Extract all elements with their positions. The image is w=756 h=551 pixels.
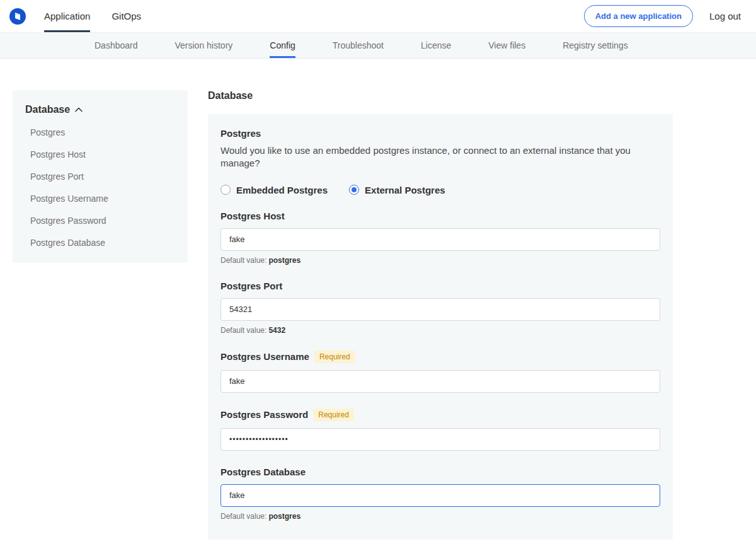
main-area: Database Postgres Postgres Host Postgres… <box>0 59 756 551</box>
default-prefix: Default value: <box>220 326 266 335</box>
field-label-row: Postgres Username Required <box>220 351 660 363</box>
tab-view-files-label: View files <box>488 40 525 50</box>
radio-embedded-postgres[interactable]: Embedded Postgres <box>220 185 328 195</box>
postgres-mode-radios: Embedded Postgres External Postgres <box>220 185 660 195</box>
postgres-host-input[interactable] <box>220 228 660 251</box>
postgres-username-input[interactable] <box>220 370 660 393</box>
tab-dashboard-label: Dashboard <box>94 40 138 50</box>
sidebar-item-postgres-password[interactable]: Postgres Password <box>25 216 175 226</box>
postgres-password-input[interactable] <box>220 428 660 451</box>
postgres-port-label: Postgres Port <box>220 281 282 291</box>
tab-license[interactable]: License <box>421 33 451 58</box>
tab-view-files[interactable]: View files <box>488 33 525 58</box>
tab-license-label: License <box>421 40 451 50</box>
postgres-password-label: Postgres Password <box>220 409 308 420</box>
sidebar-item-postgres-database[interactable]: Postgres Database <box>25 238 175 248</box>
radio-embedded-label: Embedded Postgres <box>236 185 328 195</box>
postgres-database-label: Postgres Database <box>220 467 306 477</box>
required-badge: Required <box>313 409 354 421</box>
postgres-database-input[interactable] <box>220 484 660 507</box>
sidebar-item-postgres-username[interactable]: Postgres Username <box>25 194 175 204</box>
section-title: Database <box>208 90 673 102</box>
tab-troubleshoot[interactable]: Troubleshoot <box>333 33 384 58</box>
app-sub-nav: Dashboard Version history Config Trouble… <box>0 33 756 59</box>
sidebar-item-postgres-port[interactable]: Postgres Port <box>25 171 175 182</box>
radio-unchecked-icon <box>220 185 231 195</box>
logout-link[interactable]: Log out <box>709 11 741 21</box>
field-label-row: Postgres Port <box>220 281 660 291</box>
top-nav: Application GitOps <box>44 0 141 32</box>
sidebar-group-label: Database <box>25 104 70 115</box>
postgres-port-default-hint: Default value:5432 <box>220 326 660 335</box>
logo-icon <box>9 8 26 25</box>
tab-application[interactable]: Application <box>44 0 90 32</box>
radio-external-postgres[interactable]: External Postgres <box>349 185 445 195</box>
postgres-port-input[interactable] <box>220 298 660 321</box>
top-bar-right: Add a new application Log out <box>584 0 741 32</box>
config-sidebar: Database Postgres Postgres Host Postgres… <box>13 90 188 263</box>
postgres-database-default-hint: Default value:postgres <box>220 512 660 521</box>
tab-registry-settings-label: Registry settings <box>563 40 627 50</box>
field-label-row: Postgres Host <box>220 211 660 221</box>
field-label-row: Postgres Password Required <box>220 409 660 421</box>
tab-version-history[interactable]: Version history <box>175 33 233 58</box>
tab-version-history-label: Version history <box>175 40 233 50</box>
tab-gitops[interactable]: GitOps <box>112 0 141 32</box>
tab-config-label: Config <box>270 40 295 50</box>
add-application-button[interactable]: Add a new application <box>584 5 693 27</box>
field-label-row: Postgres Database <box>220 467 660 477</box>
sidebar-item-postgres-host[interactable]: Postgres Host <box>25 149 175 160</box>
default-prefix: Default value: <box>220 512 266 521</box>
group-label: Postgres <box>220 128 660 139</box>
default-prefix: Default value: <box>220 256 266 265</box>
app-logo[interactable] <box>9 0 26 32</box>
chevron-up-icon <box>75 107 83 112</box>
tab-config[interactable]: Config <box>270 33 295 58</box>
radio-external-label: External Postgres <box>365 185 445 195</box>
config-content: Database Postgres Would you like to use … <box>208 90 673 551</box>
tab-application-label: Application <box>44 11 90 21</box>
default-value: postgres <box>268 256 301 265</box>
default-value: postgres <box>268 512 301 521</box>
required-badge: Required <box>314 351 355 363</box>
tab-troubleshoot-label: Troubleshoot <box>333 40 384 50</box>
config-group-card: Postgres Would you like to use an embedd… <box>208 114 673 540</box>
tab-dashboard[interactable]: Dashboard <box>94 33 138 58</box>
sidebar-group-database[interactable]: Database <box>25 104 175 115</box>
default-value: 5432 <box>268 326 285 335</box>
tab-registry-settings[interactable]: Registry settings <box>563 33 627 58</box>
group-help-text: Would you like to use an embedded postgr… <box>220 144 660 170</box>
top-bar: Application GitOps Add a new application… <box>0 0 756 33</box>
sidebar-item-postgres[interactable]: Postgres <box>25 127 175 137</box>
postgres-host-default-hint: Default value:postgres <box>220 256 660 265</box>
tab-gitops-label: GitOps <box>112 11 141 21</box>
postgres-username-label: Postgres Username <box>220 351 309 362</box>
radio-checked-icon <box>349 185 359 195</box>
postgres-host-label: Postgres Host <box>220 211 285 221</box>
